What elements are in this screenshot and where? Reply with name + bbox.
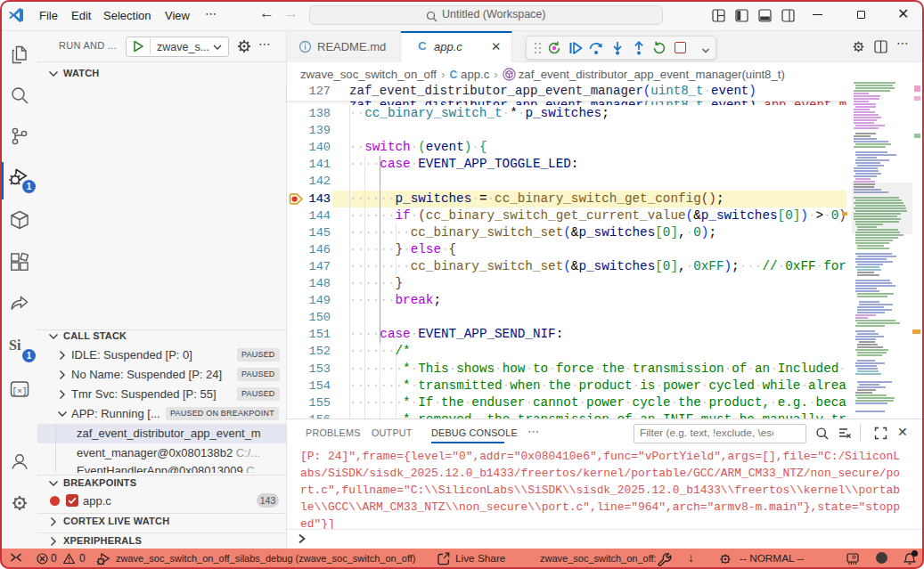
- svg-text:[×]: [×]: [12, 386, 27, 396]
